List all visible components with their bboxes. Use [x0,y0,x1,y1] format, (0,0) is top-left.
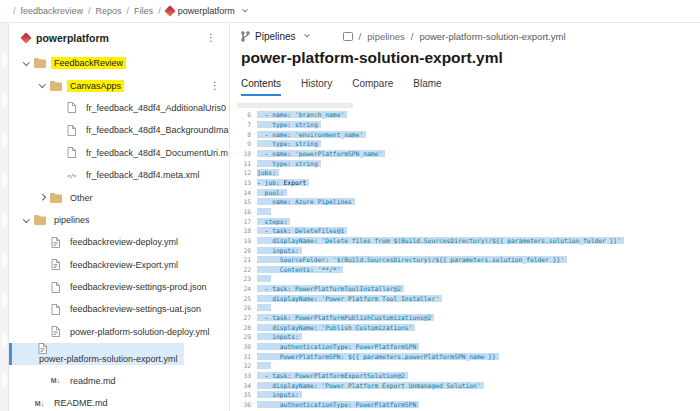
code-token: 'Publish Customizations' [318,324,413,331]
code-token: - [257,227,272,234]
code-token: PowerPlatformSPN: [280,353,344,360]
tree-item-fr-feedback-48df4-documenturi-m[interactable]: fr_feedback_48df4_DocumentUri.m [9,142,229,164]
code-line: 19 displayName: 'Delete files from $(Bui… [231,236,700,246]
tree-item-readme-md[interactable]: M↓README.md [9,392,229,411]
code-line: 10 - name: 'powerPlatformSPN_name' [231,149,700,159]
file-icon [65,125,78,136]
code-viewer[interactable]: 6 - name: 'branch_name'7 type: string8 -… [231,103,700,411]
tree-item-fr-feedback-48df4-meta-xml[interactable]: </>fr_feedback_48df4.meta.xml [9,164,229,186]
breadcrumb-separator: / [13,6,16,16]
repo-icon [164,5,175,16]
line-number: 22 [231,266,257,273]
tree-item-canvasapps[interactable]: CanvasApps⋮ [9,74,229,96]
line-number: 32 [231,362,257,369]
tree-item-readme-md[interactable]: M↓readme.md [9,369,229,391]
selection-highlight: displayName: 'Power Platform Tool Instal… [257,295,442,302]
selection-highlight: inputs: [257,333,302,340]
tree-item-feedbackreview-export-yml[interactable]: feedbackreview-Export.yml [9,254,229,276]
breadcrumb-separator: / [127,6,130,16]
chevron-down-icon[interactable] [36,84,49,87]
code-line: 24 - task: PowerPlatformToolInstaller@2 [231,284,700,294]
content-breadcrumb-row: Pipelines /pipelines/power-platform-solu… [241,27,566,45]
tab-history[interactable]: History [301,78,332,96]
tree-item-feedbackreview-deploy-yml[interactable]: feedbackreview-deploy.yml [9,231,229,253]
selection-highlight: jobs: [257,169,279,176]
code-token: - [257,179,265,186]
code-token: Contents: [280,266,314,273]
code-token: 'Power Platform Tool Installer' [318,295,439,302]
line-number: 15 [231,198,257,205]
code-token: string [291,160,318,167]
code-token: PowerPlatformToolInstaller@2 [291,285,401,292]
code-line: 21 SourceFolder: '$(Build.SourcesDirecto… [231,255,700,265]
selection-highlight: type: string [257,140,321,147]
code-line: 12jobs: [231,168,700,178]
code-text: type: string [257,140,321,147]
tab-bar: ContentsHistoryCompareBlame [241,78,442,96]
code-text [257,304,271,311]
code-token: SourceFolder: [280,256,329,263]
code-token: PowerPlatformSPN [352,343,416,350]
branch-icon [241,31,250,42]
path-segment-pipelines[interactable]: pipelines [367,31,405,42]
code-token [257,391,272,398]
chevron-down-icon[interactable] [20,62,33,65]
selection-highlight: - name: 'environment_name' [257,131,366,138]
tree-item-fr-feedback-48df4-additionaluris0[interactable]: fr_feedback_48df4_AdditionalUris0 [9,97,229,119]
chevron-down-icon[interactable] [20,219,33,222]
code-token [257,382,272,389]
tree-item-label: power-platform-solution-export.yml [36,353,181,365]
code-token: - [257,111,272,118]
code-token [257,189,265,196]
branch-selector[interactable]: Pipelines [241,31,309,42]
code-token: Export [280,179,307,186]
breadcrumb-separator: / [359,31,362,42]
code-token: task: [272,372,291,379]
tree-item-power-platform-solution-deploy-yml[interactable]: power-platform-solution-deploy.yml [9,321,229,343]
tab-compare[interactable]: Compare [352,78,393,96]
row-more-options-icon[interactable]: ⋮ [207,81,229,91]
selection-highlight: - task: PowerPlatformPublishCustomizatio… [257,314,434,321]
breadcrumb: /feedbackreview/Repos/Files/powerplatfor… [8,6,247,16]
tree-item-other[interactable]: Other [9,186,229,208]
tab-blame[interactable]: Blame [413,78,441,96]
code-token: inputs: [272,391,299,398]
code-line: 8 - name: 'environment_name' [231,129,700,139]
chevron-right-icon[interactable] [36,195,49,200]
path-segment-power-platform-solution-export-yml[interactable]: power-platform-solution-export.yml [419,31,565,42]
code-token [257,324,272,331]
selection-highlight [257,304,271,311]
code-line: 35 inputs: [231,390,700,400]
tree-item-pipelines[interactable]: pipelines [9,209,229,231]
code-token: displayName: [272,382,318,389]
code-token: PowerPlatformPublishCustomizations@2 [291,314,431,321]
selection-highlight [257,362,271,369]
code-line: 33 - task: PowerPlatformExportSolution@2 [231,371,700,381]
tree-item-feedbackreview-settings-uat-json[interactable]: feedbackreview-settings-uat.json [9,298,229,320]
breadcrumb-item-files[interactable]: Files [134,6,153,16]
code-text: - task: PowerPlatformToolInstaller@2 [257,285,404,292]
code-token [257,198,272,205]
line-number: 34 [231,382,257,389]
selection-highlight: authenticationType: PowerPlatformSPN [257,401,419,408]
file-icon [49,282,62,293]
code-line: 20 inputs: [231,245,700,255]
tree-item-fr-feedback-48df4-backgroundima[interactable]: fr_feedback_48df4_BackgroundIma [9,119,229,141]
code-token [257,237,272,244]
tab-contents[interactable]: Contents [241,78,281,96]
code-text: name: Azure Pipelines [257,198,355,205]
code-text: - name: 'branch_name' [257,111,347,118]
tree-item-feedbackreview[interactable]: FeedbackReview [9,52,229,74]
breadcrumb-repo[interactable]: powerplatform [166,6,247,16]
code-line: 15 name: Azure Pipelines [231,197,700,207]
breadcrumb-item-repos[interactable]: Repos [96,6,122,16]
rail-item-placeholder [2,53,7,68]
selection-highlight [257,275,271,282]
line-number: 10 [231,150,257,157]
tree-item-feedbackreview-settings-prod-json[interactable]: feedbackreview-settings-prod.json [9,276,229,298]
repo-more-options-icon[interactable]: ⋮ [203,33,219,43]
code-token: PowerPlatformExportSolution@2 [291,372,405,379]
line-number: 29 [231,333,257,340]
tree-item-power-platform-solution-export-yml[interactable]: power-platform-solution-export.yml [9,343,184,365]
breadcrumb-item-feedbackreview[interactable]: feedbackreview [21,6,84,16]
